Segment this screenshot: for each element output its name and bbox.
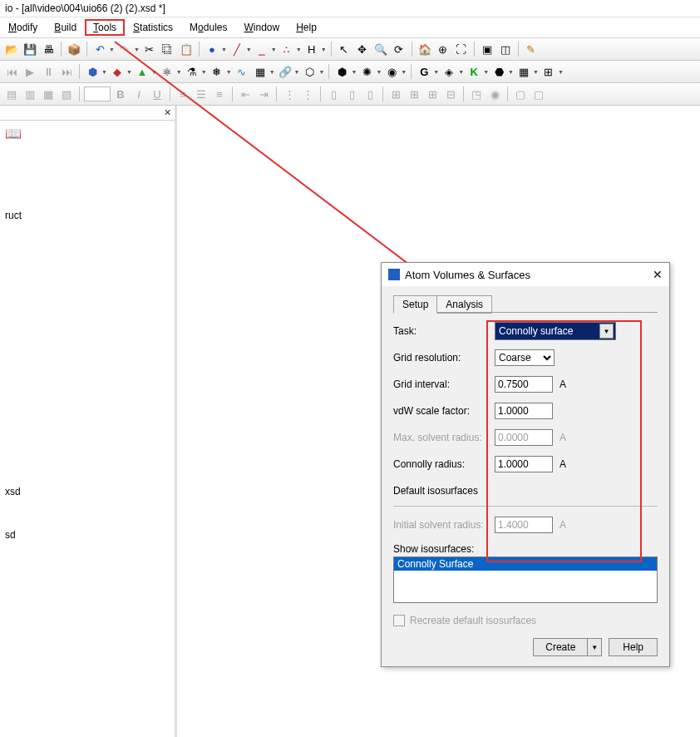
- mod-c-icon[interactable]: ◉: [383, 63, 400, 80]
- indent-dec-icon[interactable]: ⇤: [237, 86, 254, 102]
- font-preview[interactable]: [84, 87, 111, 101]
- align-center-icon[interactable]: ☰: [193, 86, 210, 102]
- tab-analysis[interactable]: Analysis: [436, 295, 492, 314]
- pause-icon[interactable]: ⏸: [40, 63, 57, 80]
- mod-f-icon[interactable]: ▦: [515, 63, 532, 80]
- menu-build[interactable]: Build: [46, 19, 85, 36]
- panel2-icon[interactable]: ▯: [343, 86, 360, 102]
- tree-item[interactable]: ruct: [5, 206, 170, 225]
- panel3-icon[interactable]: ▯: [362, 86, 378, 102]
- sphere-icon[interactable]: ◉: [486, 86, 503, 102]
- play-prev-icon[interactable]: ⏮: [3, 63, 20, 80]
- flask-icon[interactable]: ⚗: [184, 63, 200, 80]
- style1-icon[interactable]: ⬢: [84, 63, 101, 80]
- list2-icon[interactable]: ⋮: [299, 86, 316, 102]
- menu-tools[interactable]: Tools: [85, 19, 125, 36]
- copy-icon[interactable]: ⿻: [160, 41, 176, 57]
- rotate-icon[interactable]: ⟳: [391, 41, 407, 57]
- cursor-icon[interactable]: ↖: [336, 41, 352, 57]
- pencil-icon[interactable]: ✎: [523, 41, 540, 57]
- grid-interval-input[interactable]: [495, 376, 553, 393]
- isosurface-listbox[interactable]: Connolly Surface: [393, 556, 658, 603]
- mod-g-icon[interactable]: G: [416, 63, 432, 80]
- select-all-icon[interactable]: ◫: [497, 41, 514, 57]
- grid-resolution-select[interactable]: Coarse: [495, 349, 555, 366]
- table3-icon[interactable]: ▦: [40, 86, 57, 102]
- chevron-down-icon[interactable]: ▼: [599, 324, 614, 339]
- grid4-icon[interactable]: ⊟: [442, 86, 459, 102]
- link-icon[interactable]: 🔗: [277, 63, 293, 80]
- mod-d-icon[interactable]: ◈: [441, 63, 457, 80]
- menu-window[interactable]: Window: [235, 19, 288, 36]
- mod-e-icon[interactable]: ⬣: [490, 63, 507, 80]
- open-icon[interactable]: 📂: [3, 41, 20, 57]
- create-button[interactable]: Create ▼: [533, 638, 602, 656]
- chevron-down-icon[interactable]: ▼: [587, 638, 602, 656]
- connolly-radius-input[interactable]: [495, 456, 553, 472]
- tree-item[interactable]: sd: [5, 526, 170, 544]
- tree-item[interactable]: xsd: [5, 482, 170, 501]
- underline-icon[interactable]: U: [149, 86, 165, 102]
- redo-icon[interactable]: ↷: [116, 41, 133, 57]
- italic-icon[interactable]: I: [131, 86, 147, 102]
- style3-icon[interactable]: ▲: [134, 63, 150, 80]
- list1-icon[interactable]: ⋮: [281, 86, 298, 102]
- play-next-icon[interactable]: ⏭: [58, 63, 75, 80]
- box-icon[interactable]: 📦: [66, 41, 82, 57]
- molecules-icon[interactable]: ⚛: [159, 63, 175, 80]
- menu-statistics[interactable]: Statistics: [125, 19, 181, 36]
- fit-icon[interactable]: ⛶: [453, 41, 470, 57]
- play-icon[interactable]: ▶: [22, 63, 38, 80]
- bold-icon[interactable]: B: [112, 86, 129, 102]
- grid-icon[interactable]: ▦: [252, 63, 269, 80]
- cube-icon[interactable]: ◳: [468, 86, 485, 102]
- grid3-icon[interactable]: ⊞: [424, 86, 441, 102]
- ring-icon[interactable]: ⬡: [302, 63, 318, 80]
- paste-icon[interactable]: 📋: [178, 41, 195, 57]
- table2-icon[interactable]: ▥: [22, 86, 38, 102]
- style2-icon[interactable]: ◆: [109, 63, 126, 80]
- panel1-icon[interactable]: ▯: [325, 86, 342, 102]
- align-left-icon[interactable]: ≡: [175, 86, 191, 102]
- grid2-icon[interactable]: ⊞: [406, 86, 422, 102]
- cluster-icon[interactable]: ❅: [209, 63, 225, 80]
- panel-close-icon[interactable]: ✕: [164, 107, 171, 118]
- atom-icon[interactable]: ●: [204, 41, 220, 57]
- list-item[interactable]: Connolly Surface: [394, 557, 657, 571]
- hbond-icon[interactable]: H: [303, 41, 320, 57]
- mod-k-icon[interactable]: K: [466, 63, 482, 80]
- menu-modules[interactable]: Modules: [181, 19, 235, 36]
- extra2-icon[interactable]: ▢: [530, 86, 547, 102]
- bond2-icon[interactable]: ⎯: [254, 41, 270, 57]
- undo-icon[interactable]: ↶: [91, 41, 108, 57]
- help-button[interactable]: Help: [609, 638, 658, 656]
- tab-setup[interactable]: Setup: [393, 295, 437, 314]
- table1-icon[interactable]: ▤: [3, 86, 20, 102]
- menu-modify[interactable]: Modify: [0, 19, 46, 36]
- move-icon[interactable]: ✥: [354, 41, 371, 57]
- save-icon[interactable]: 💾: [22, 41, 38, 57]
- cut-icon[interactable]: ✂: [141, 41, 158, 57]
- close-icon[interactable]: ✕: [653, 268, 663, 281]
- toolbar-row-2: ⏮ ▶ ⏸ ⏭ ⬢▼ ◆▼ ▲▼ ⚛▼ ⚗▼ ❅▼ ∿ ▦▼ 🔗▼ ⬡▼ ⬢▼ …: [0, 61, 700, 83]
- mod-a-icon[interactable]: ⬢: [333, 63, 350, 80]
- indent-inc-icon[interactable]: ⇥: [255, 86, 272, 102]
- node-icon[interactable]: ⛬: [279, 41, 295, 57]
- grid1-icon[interactable]: ⊞: [387, 86, 404, 102]
- task-select[interactable]: Connolly surface ▼: [495, 322, 616, 340]
- menu-help[interactable]: Help: [288, 19, 325, 36]
- print-icon[interactable]: 🖶: [40, 41, 57, 57]
- book-icon[interactable]: 📖: [5, 126, 22, 141]
- align-right-icon[interactable]: ≡: [211, 86, 228, 102]
- table4-icon[interactable]: ▧: [58, 86, 75, 102]
- home-icon[interactable]: 🏠: [417, 41, 433, 57]
- zoom-icon[interactable]: 🔍: [372, 41, 389, 57]
- vdw-scale-input[interactable]: [495, 403, 553, 419]
- mod-h-icon[interactable]: ⊞: [540, 63, 557, 80]
- bond-icon[interactable]: ╱: [229, 41, 245, 57]
- mod-b-icon[interactable]: ✺: [358, 63, 375, 80]
- center-icon[interactable]: ⊕: [435, 41, 451, 57]
- extra1-icon[interactable]: ▢: [512, 86, 529, 102]
- select-box-icon[interactable]: ▣: [479, 41, 495, 57]
- wave-icon[interactable]: ∿: [234, 63, 250, 80]
